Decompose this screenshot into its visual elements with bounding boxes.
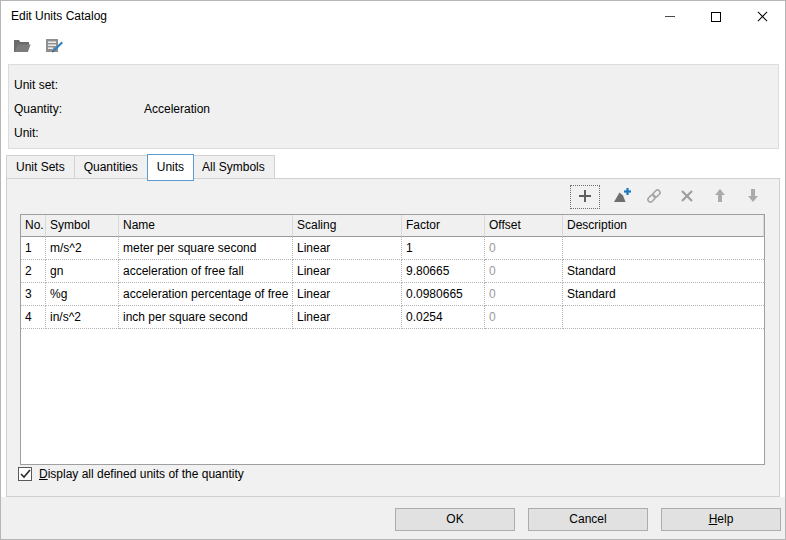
add-icon [577,188,593,207]
col-header-description[interactable]: Description [563,215,764,237]
cell-offset: 0 [485,260,563,283]
cell-factor: 0.0254 [402,306,485,329]
unit-label: Unit: [14,126,144,140]
open-catalog-button[interactable] [11,37,33,57]
cell-name: acceleration of free fall [119,260,293,283]
col-header-scaling[interactable]: Scaling [293,215,402,237]
checkmark-icon [20,469,31,479]
quantity-row: Quantity: Acceleration [14,97,778,121]
caption-buttons [647,1,785,32]
display-all-units-option: Display all defined units of the quantit… [18,467,244,481]
help-button[interactable]: Help [661,508,781,531]
close-icon [756,10,769,23]
move-down-button[interactable] [741,185,765,209]
edit-catalog-button[interactable] [43,37,65,57]
cell-description [563,306,764,329]
cell-description: Standard [563,283,764,306]
cell-factor: 1 [402,237,485,260]
cell-symbol: m/s^2 [46,237,119,260]
minimize-icon [665,16,675,17]
quantity-value: Acceleration [144,102,778,116]
cell-offset: 0 [485,237,563,260]
cell-scaling: Linear [293,237,402,260]
cell-symbol: %g [46,283,119,306]
cell-no: 4 [21,306,46,329]
cell-symbol: gn [46,260,119,283]
move-down-icon [746,188,760,206]
table-header-row: No. Symbol Name Scaling Factor Offset De… [21,215,764,237]
col-header-offset[interactable]: Offset [485,215,563,237]
tab-unit-sets[interactable]: Unit Sets [6,155,75,179]
unit-row: Unit: [14,121,778,145]
cancel-button[interactable]: Cancel [528,508,648,531]
tab-all-symbols[interactable]: All Symbols [193,155,275,179]
link-unit-button[interactable] [642,185,666,209]
add-derived-unit-button[interactable] [609,185,633,209]
cell-name: inch per square second [119,306,293,329]
close-button[interactable] [739,1,785,32]
move-up-button[interactable] [708,185,732,209]
unit-info-panel: Unit set: Quantity: Acceleration Unit: [8,64,779,149]
cell-scaling: Linear [293,306,402,329]
tab-strip: Unit Sets Quantities Units All Symbols [6,154,275,179]
table-row[interactable]: 2 gn acceleration of free fall Linear 9.… [21,260,764,283]
link-icon [645,187,663,208]
cell-no: 2 [21,260,46,283]
col-header-symbol[interactable]: Symbol [46,215,119,237]
cell-no: 1 [21,237,46,260]
move-up-icon [713,188,727,206]
cell-factor: 0.0980665 [402,283,485,306]
unit-set-label: Unit set: [14,78,144,92]
units-table: No. Symbol Name Scaling Factor Offset De… [20,214,765,465]
window-title: Edit Units Catalog [11,1,107,31]
unit-set-row: Unit set: [14,73,778,97]
ok-button[interactable]: OK [395,508,515,531]
maximize-icon [711,12,721,22]
tab-units[interactable]: Units [147,154,194,181]
main-toolbar [11,37,65,57]
units-tab-page: No. Symbol Name Scaling Factor Offset De… [6,178,780,497]
cell-name: meter per square second [119,237,293,260]
cell-no: 3 [21,283,46,306]
cell-description: Standard [563,260,764,283]
cell-offset: 0 [485,283,563,306]
edit-catalog-icon [45,38,63,57]
table-toolbar [570,184,765,210]
table-row[interactable]: 3 %g acceleration percentage of free fal… [21,283,764,306]
dialog-footer: OK Cancel Help [1,497,786,540]
cell-scaling: Linear [293,283,402,306]
cell-description [563,237,764,260]
cell-offset: 0 [485,306,563,329]
table-row[interactable]: 1 m/s^2 meter per square second Linear 1… [21,237,764,260]
delete-icon [679,188,695,207]
edit-units-catalog-dialog: Edit Units Catalog [0,0,786,540]
col-header-name[interactable]: Name [119,215,293,237]
display-all-units-label[interactable]: Display all defined units of the quantit… [39,467,244,481]
open-catalog-icon [13,39,31,56]
delete-unit-button[interactable] [675,185,699,209]
add-unit-button[interactable] [570,185,600,209]
title-bar: Edit Units Catalog [1,1,785,32]
add-derived-unit-icon [611,187,631,208]
col-header-factor[interactable]: Factor [402,215,485,237]
tab-quantities[interactable]: Quantities [75,155,148,179]
maximize-button[interactable] [693,1,739,32]
cell-name: acceleration percentage of free fall [119,283,293,306]
cell-symbol: in/s^2 [46,306,119,329]
col-header-no[interactable]: No. [21,215,46,237]
quantity-label: Quantity: [14,102,144,116]
cell-scaling: Linear [293,260,402,283]
display-all-units-checkbox[interactable] [18,467,32,481]
minimize-button[interactable] [647,1,693,32]
cell-factor: 9.80665 [402,260,485,283]
table-row[interactable]: 4 in/s^2 inch per square second Linear 0… [21,306,764,329]
